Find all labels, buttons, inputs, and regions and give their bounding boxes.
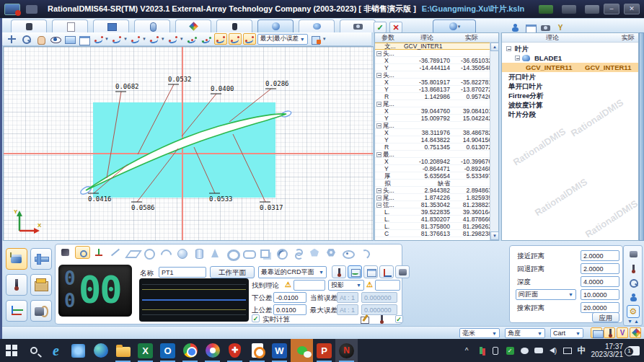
tab-blade-view[interactable]: ▼ (433, 19, 476, 32)
param-input[interactable] (581, 250, 619, 261)
table-row[interactable]: 拟缺省 (375, 180, 498, 187)
find-theory-input[interactable] (294, 280, 325, 291)
table-row[interactable]: 弦...81.35304281.238823 (375, 201, 498, 208)
tree-person-button[interactable] (508, 22, 521, 33)
units-dropdown[interactable]: 毫米▼ (459, 328, 500, 338)
fixture-button[interactable] (30, 274, 52, 296)
taskbar-photos[interactable] (67, 339, 89, 362)
gear-button[interactable]: ⚙ (627, 305, 640, 318)
status-cad-button[interactable] (591, 327, 602, 338)
taskbar-ie[interactable]: e (45, 339, 67, 362)
dropdown-caret-icon[interactable]: ▼ (180, 37, 184, 41)
blade-edit-button[interactable] (229, 33, 242, 45)
blade-section-button[interactable] (243, 33, 256, 45)
taskbar-security[interactable]: ✚ (224, 339, 246, 362)
table-row[interactable]: Y15.00979215.042242 (375, 115, 498, 122)
angle-eval-button[interactable] (379, 265, 394, 278)
table-row[interactable]: Y-0.864471-0.892468 (375, 165, 498, 172)
taskbar-chrome[interactable] (179, 339, 201, 362)
delete-feature-button[interactable]: ✕ (389, 22, 402, 33)
table-row[interactable]: 头... (375, 71, 498, 79)
ribbon-tab-1[interactable] (52, 19, 88, 32)
dropdown-caret-icon[interactable]: ▼ (105, 37, 109, 41)
expander-icon[interactable] (376, 152, 381, 157)
tree-item-开口叶片[interactable]: 开口叶片 (502, 72, 638, 81)
expander-icon[interactable] (376, 123, 381, 128)
curve-points-button[interactable] (167, 33, 180, 45)
tree-scrollbar[interactable] (639, 32, 644, 241)
tray-update-icon[interactable]: ✓ (506, 346, 515, 356)
probe-button[interactable] (6, 274, 27, 296)
table-row[interactable]: R1.1429860.957426 (375, 93, 498, 100)
table-row[interactable]: L.41.83020741.878660 (375, 216, 498, 223)
circle-button[interactable] (141, 246, 156, 259)
probe-path-button[interactable] (332, 265, 346, 278)
lower-tol-input[interactable] (273, 292, 306, 303)
feature-name-input[interactable] (159, 267, 206, 278)
expander-icon[interactable] (376, 188, 381, 193)
start-button[interactable] (0, 339, 22, 362)
ellipse-button[interactable] (340, 246, 356, 259)
ime-indicator[interactable]: 中 (578, 345, 586, 357)
status-flag-button[interactable]: V (617, 327, 628, 338)
workplane-button[interactable]: 工作平面 (210, 266, 255, 278)
dropdown-caret-icon[interactable]: ▼ (161, 37, 165, 41)
table-row[interactable]: C81.37661381.298238 (375, 230, 498, 237)
view-orient-button[interactable] (48, 33, 61, 45)
curve-fit-button[interactable] (148, 33, 161, 45)
hook-button[interactable] (357, 246, 372, 259)
probe-config-button[interactable] (627, 291, 640, 304)
point-button[interactable] (75, 246, 90, 259)
expander-icon[interactable] (515, 56, 520, 61)
table-row[interactable]: Y14.84382214.904156 (375, 136, 498, 144)
tree-window-button[interactable] (524, 22, 537, 33)
taskbar-excel[interactable]: X (134, 339, 156, 362)
tree-item-GCV_INTER11[interactable]: GCV_INTER11GCV_INTER11 (502, 63, 638, 72)
apply-feature-button[interactable]: ✓ (374, 22, 387, 33)
tray-expand-icon[interactable]: ^ (462, 346, 472, 356)
tree-flag-button[interactable]: Y (554, 22, 567, 33)
col-nominal[interactable]: 理论 (401, 33, 453, 42)
plane-button[interactable] (125, 246, 140, 259)
table-row[interactable]: L.39.52283539.360164 (375, 208, 498, 216)
notification-center-icon[interactable] (628, 346, 640, 356)
ribbon-tab-6[interactable] (257, 19, 294, 32)
cone-button[interactable] (208, 246, 223, 259)
table-row[interactable]: 厚5.6356545.533497 (375, 172, 498, 180)
taskbar-powerpoint[interactable]: P (313, 339, 335, 362)
edit-result-button[interactable] (357, 312, 371, 325)
blade-analysis-button[interactable] (214, 33, 227, 45)
sync-icon[interactable] (585, 5, 599, 14)
col-param[interactable]: 参数 (375, 33, 401, 42)
taskbar-clock[interactable]: 17:372023/3/21 (591, 343, 624, 358)
projection-input[interactable] (375, 280, 400, 291)
remote-icon[interactable] (539, 5, 553, 14)
projection-dropdown[interactable]: 投影▼ (328, 280, 364, 291)
table-row[interactable]: 头...2.9443822.894863 (375, 187, 498, 194)
expander-icon[interactable] (376, 195, 381, 200)
axes-button[interactable] (92, 246, 107, 259)
evaluate-button[interactable] (395, 265, 410, 278)
curve-nominal-button[interactable] (185, 33, 198, 45)
taskbar-outlook[interactable]: O (156, 339, 179, 362)
window-button[interactable] (77, 33, 90, 45)
machine-button[interactable] (30, 300, 52, 322)
machine-button[interactable] (627, 247, 640, 260)
status-machine-button[interactable] (630, 327, 641, 338)
close-button[interactable]: ✕ (624, 4, 640, 14)
grid-view-button[interactable] (363, 265, 378, 278)
coordinate-button[interactable] (6, 300, 27, 322)
tree-col-actual[interactable]: 实际 (603, 33, 638, 42)
ribbon-tab-7[interactable] (299, 19, 335, 32)
tree-item-Firtree分析[interactable]: Firtree分析 (502, 91, 638, 100)
tree-item-单开口叶片[interactable]: 单开口叶片 (502, 81, 638, 91)
tree-col-nominal[interactable]: 理论 (502, 33, 603, 42)
table-row[interactable]: L.81.37580081.296262 (375, 223, 498, 230)
table-row[interactable]: 最... (375, 151, 498, 158)
table-row[interactable]: 头... (375, 50, 498, 57)
table-row[interactable]: X-35.801917-35.822781 (375, 79, 498, 86)
table-row[interactable]: Y-13.868137-13.870272 (375, 86, 498, 93)
tray-camera-icon[interactable] (534, 346, 544, 356)
display-icon[interactable] (562, 5, 576, 14)
table-row[interactable]: Y-14.444114-14.350548 (375, 64, 498, 71)
